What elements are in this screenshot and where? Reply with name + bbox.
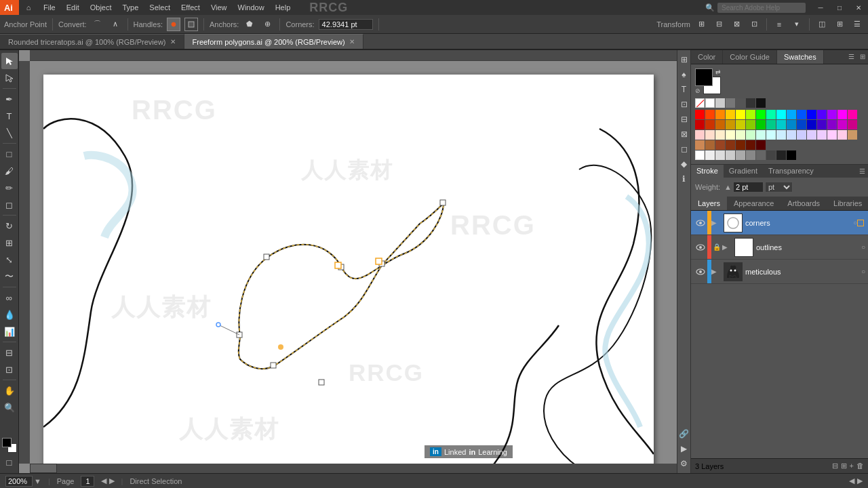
transform-btn4[interactable]: ⊡ [747, 18, 761, 31]
convert-smooth-btn[interactable]: ⌒ [91, 18, 104, 31]
anchors-btn2[interactable]: ⊕ [260, 18, 274, 31]
strip-path-btn[interactable]: ⊠ [677, 127, 691, 141]
tab-libraries[interactable]: Libraries [827, 197, 868, 210]
swatch-brown1[interactable] [695, 140, 705, 150]
swatch-cream[interactable] [715, 130, 725, 140]
fill-stroke-selector[interactable] [2, 438, 17, 453]
swatch-dora[interactable] [715, 120, 725, 129]
zoom-dropdown-arrow[interactable]: ▼ [34, 477, 41, 485]
swatch-pale-grn[interactable] [746, 130, 755, 140]
menu-edit[interactable]: Edit [61, 0, 85, 15]
strip-layers-btn[interactable]: ♠ [677, 68, 691, 81]
next-artboard[interactable]: ▶ [857, 476, 863, 485]
swatch-sky[interactable] [787, 110, 796, 119]
scrollbar-horizontal[interactable] [30, 464, 681, 473]
prev-artboard[interactable]: ◀ [849, 476, 854, 485]
layer-visibility-corners[interactable] [694, 219, 707, 227]
tab-color-guide[interactable]: Color Guide [723, 50, 777, 64]
swatch-pale-sky[interactable] [776, 130, 786, 140]
swatches-menu-icon[interactable]: ☰ [846, 50, 857, 64]
tab-freeform-polygons[interactable]: Freeform polygons.ai @ 200% (RGB/Preview… [184, 34, 363, 49]
tool-eyedrop[interactable]: 💧 [1, 306, 18, 323]
zoom-input[interactable] [5, 476, 33, 487]
tool-selection[interactable] [1, 53, 18, 69]
swatch-orange-red[interactable] [705, 110, 715, 119]
tab-close-0[interactable]: ✕ [170, 38, 176, 45]
canvas-document[interactable]: RRCG 人人素材 RRCG 人人素材 RRCG 人人素材 [43, 75, 654, 468]
strip-play-btn[interactable]: ▶ [677, 442, 691, 455]
handles-btn[interactable] [167, 18, 180, 31]
layer-expand-meticulous[interactable]: ▶ [711, 268, 721, 275]
layer-lock-outlines[interactable]: 🔒 [711, 243, 722, 251]
swatch-dyelow[interactable] [736, 120, 745, 129]
menu-object[interactable]: Object [85, 0, 117, 15]
strip-color-btn[interactable]: ◆ [677, 157, 691, 171]
more-btn[interactable]: ▾ [790, 18, 804, 31]
menu-help[interactable]: Help [270, 0, 296, 15]
swatch-green[interactable] [756, 110, 766, 119]
tool-warp[interactable]: 〜 [1, 268, 18, 285]
search-input[interactable] [717, 3, 806, 13]
tab-rounded-triceratops[interactable]: Rounded triceratops.ai @ 100% (RGB/Previ… [0, 34, 184, 49]
swatch-indigo[interactable] [817, 110, 827, 119]
handles-fill-btn[interactable] [184, 18, 198, 31]
swatch-gray[interactable] [726, 98, 735, 108]
swatch-dgray2[interactable] [736, 98, 745, 108]
swatch-white[interactable] [705, 98, 715, 108]
swatch-violet[interactable] [827, 110, 837, 119]
corners-value[interactable]: 42.9341 pt [319, 19, 373, 30]
tool-eraser[interactable]: ◻ [1, 197, 18, 213]
strip-transform-btn[interactable]: ⊞ [677, 53, 691, 66]
stroke-unit-dropdown[interactable]: ptpxmm [765, 182, 793, 192]
tab-close-1[interactable]: ✕ [349, 38, 355, 45]
convert-corner-btn[interactable]: ∧ [108, 18, 122, 31]
swatch-blue[interactable] [797, 110, 806, 119]
tool-paintbrush[interactable]: 🖌 [1, 163, 18, 179]
swatch-teal-light[interactable] [766, 110, 776, 119]
swatch-dpink[interactable] [848, 120, 857, 129]
add-layer-btn[interactable]: + [850, 462, 854, 470]
close-button[interactable]: ✕ [849, 0, 868, 15]
tool-chart[interactable]: 📊 [1, 323, 18, 340]
tab-layers[interactable]: Layers [691, 197, 727, 210]
tool-scale[interactable]: ⤡ [1, 251, 18, 268]
swatch-dgreen[interactable] [756, 120, 766, 129]
tool-slice[interactable]: ⊡ [1, 361, 18, 378]
tab-swatches[interactable]: Swatches [777, 50, 824, 64]
stroke-weight-input[interactable] [733, 182, 764, 192]
swatch-rose[interactable] [837, 130, 847, 140]
swatch-mddkgr[interactable] [756, 150, 766, 160]
menu-view[interactable]: View [205, 0, 233, 15]
swatch-dgold[interactable] [726, 120, 735, 129]
tab-stroke[interactable]: Stroke [691, 165, 724, 178]
stroke-panel-menu[interactable]: ☰ [856, 165, 868, 178]
menu-select[interactable]: Select [144, 0, 176, 15]
swatch-nearwht[interactable] [705, 150, 715, 160]
swatch-mdltgr[interactable] [736, 150, 745, 160]
swatch-dkgr[interactable] [766, 150, 776, 160]
swatch-mdgr[interactable] [746, 150, 755, 160]
swatch-brown7[interactable] [756, 140, 766, 150]
tool-zoom[interactable]: 🔍 [1, 399, 18, 415]
tool-pencil[interactable]: ✏ [1, 180, 18, 196]
swatch-ltgr[interactable] [726, 150, 735, 160]
layer-item-corners[interactable]: ▶ corners ○ [691, 211, 868, 235]
strip-graphic-btn[interactable]: ◻ [677, 142, 691, 156]
make-clipping-btn[interactable]: ⊟ [832, 462, 838, 470]
anchors-btn[interactable]: ⬟ [243, 18, 256, 31]
tool-pen[interactable]: ✒ [1, 91, 18, 107]
swatch-vltgr[interactable] [715, 150, 725, 160]
home-button[interactable]: ⌂ [19, 0, 38, 15]
swatch-wht[interactable] [695, 150, 705, 160]
swatch-gold[interactable] [726, 110, 735, 119]
layer-target-meticulous[interactable]: ○ [861, 268, 865, 275]
swatch-lime[interactable] [746, 110, 755, 119]
menu-effect[interactable]: Effect [176, 0, 205, 15]
swatch-vdgray[interactable] [746, 98, 755, 108]
strip-type-btn[interactable]: T [677, 83, 691, 96]
swatch-dblue2[interactable] [797, 120, 806, 129]
weight-up-icon[interactable]: ▲ [724, 183, 732, 191]
swatch-pale-cyn[interactable] [766, 130, 776, 140]
swatch-pale-yel[interactable] [726, 130, 735, 140]
menu-type[interactable]: Type [117, 0, 144, 15]
